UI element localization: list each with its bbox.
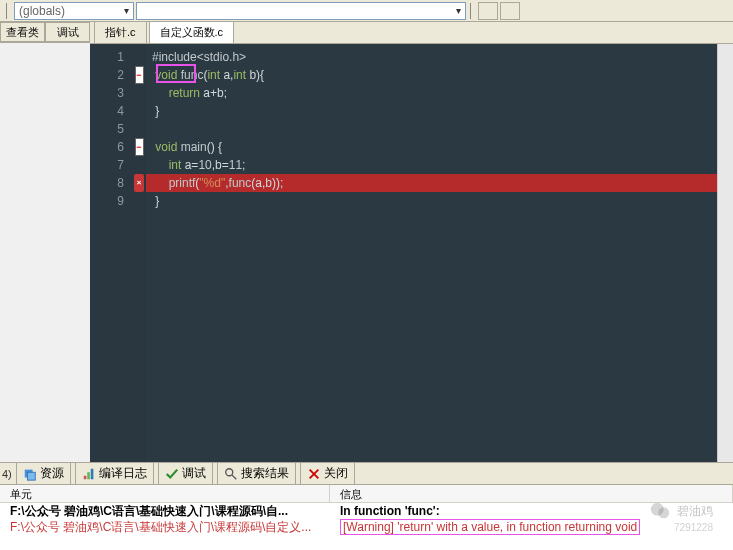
- tab-label: 调试: [182, 465, 206, 482]
- line-number: 5: [90, 120, 132, 138]
- line-number: 1: [90, 48, 132, 66]
- tab-compile-log[interactable]: 编译日志: [75, 462, 154, 485]
- search-icon: [224, 467, 238, 481]
- svg-rect-2: [84, 475, 87, 479]
- toolbar-divider: [6, 3, 10, 19]
- check-icon: [165, 467, 179, 481]
- message-row[interactable]: F:\公众号 碧油鸡\C语言\基础快速入门\课程源码\自...In functi…: [0, 503, 733, 519]
- code-line[interactable]: [146, 120, 733, 138]
- fold-cell: [132, 48, 146, 66]
- code-line[interactable]: }: [146, 192, 733, 210]
- scope-dropdown-value: (globals): [19, 4, 65, 18]
- toolbar-button[interactable]: [500, 2, 520, 20]
- symbol-dropdown[interactable]: ▾: [136, 2, 466, 20]
- tab-debug[interactable]: 调试: [45, 22, 90, 42]
- tab-view-classes[interactable]: 查看类: [0, 22, 45, 42]
- tab-debug[interactable]: 调试: [158, 462, 213, 485]
- tab-label: 关闭: [324, 465, 348, 482]
- error-marker-icon: ×: [134, 174, 144, 192]
- vertical-scrollbar[interactable]: [717, 44, 733, 534]
- fold-cell: [132, 192, 146, 210]
- tab-search-results[interactable]: 搜索结果: [217, 462, 296, 485]
- message-info: [Warning] 'return' with a value, in func…: [330, 519, 733, 535]
- column-header-info[interactable]: 信息: [330, 485, 733, 502]
- output-panel: 4) 资源 编译日志 调试 搜索结果 关闭 单元 信息 F:\公众号 碧油鸡\C…: [0, 462, 733, 550]
- line-number: 2: [90, 66, 132, 84]
- close-icon: [307, 467, 321, 481]
- line-number: 3: [90, 84, 132, 102]
- code-line[interactable]: printf("%d",func(a,b));: [146, 174, 733, 192]
- message-count: 4): [2, 468, 12, 480]
- line-number: 9: [90, 192, 132, 210]
- fold-cell: [132, 102, 146, 120]
- layers-icon: [23, 467, 37, 481]
- tab-label: 资源: [40, 465, 64, 482]
- fold-cell: ×: [132, 174, 146, 192]
- tab-label: 编译日志: [99, 465, 147, 482]
- fold-cell: [132, 84, 146, 102]
- code-line[interactable]: #include<stdio.h>: [146, 48, 733, 66]
- column-header-unit[interactable]: 单元: [0, 485, 330, 502]
- chevron-down-icon: ▾: [124, 5, 129, 16]
- fold-toggle-icon[interactable]: −: [135, 66, 144, 84]
- message-unit: F:\公众号 碧油鸡\C语言\基础快速入门\课程源码\自...: [0, 503, 330, 520]
- code-line[interactable]: return a+b;: [146, 84, 733, 102]
- tab-resources[interactable]: 资源: [16, 462, 71, 485]
- code-line[interactable]: void func(int a,int b){: [146, 66, 733, 84]
- message-unit: F:\公众号 碧油鸡\C语言\基础快速入门\课程源码\自定义...: [0, 519, 330, 536]
- bars-icon: [82, 467, 96, 481]
- message-list: F:\公众号 碧油鸡\C语言\基础快速入门\课程源码\自...In functi…: [0, 503, 733, 535]
- scope-dropdown[interactable]: (globals) ▾: [14, 2, 134, 20]
- file-tabs: 指针.c 自定义函数.c: [90, 22, 733, 44]
- message-row[interactable]: F:\公众号 碧油鸡\C语言\基础快速入门\课程源码\自定义...[Warnin…: [0, 519, 733, 535]
- fold-toggle-icon[interactable]: −: [135, 138, 144, 156]
- fold-cell: −: [132, 138, 146, 156]
- tab-close[interactable]: 关闭: [300, 462, 355, 485]
- fold-cell: [132, 156, 146, 174]
- code-line[interactable]: void main() {: [146, 138, 733, 156]
- svg-rect-1: [27, 472, 35, 480]
- file-tab-pointer[interactable]: 指针.c: [94, 21, 147, 43]
- fold-cell: −: [132, 66, 146, 84]
- tab-label: 搜索结果: [241, 465, 289, 482]
- chevron-down-icon: ▾: [456, 5, 461, 16]
- svg-rect-3: [87, 472, 90, 479]
- svg-rect-4: [91, 468, 94, 479]
- fold-cell: [132, 120, 146, 138]
- svg-point-5: [226, 468, 233, 475]
- line-number: 6: [90, 138, 132, 156]
- line-number: 8: [90, 174, 132, 192]
- code-line[interactable]: int a=10,b=11;: [146, 156, 733, 174]
- svg-line-6: [232, 474, 236, 478]
- code-line[interactable]: }: [146, 102, 733, 120]
- message-info: In function 'func':: [330, 504, 733, 518]
- toolbar-button[interactable]: [478, 2, 498, 20]
- line-number: 4: [90, 102, 132, 120]
- line-number: 7: [90, 156, 132, 174]
- toolbar-divider: [470, 3, 474, 19]
- file-tab-custom-func[interactable]: 自定义函数.c: [149, 21, 235, 43]
